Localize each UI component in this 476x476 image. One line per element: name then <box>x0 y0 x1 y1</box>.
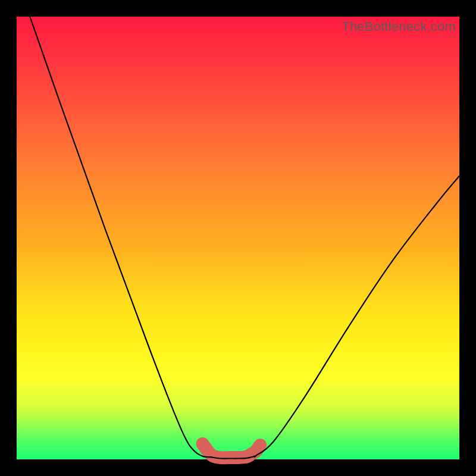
chart-svg <box>17 17 459 459</box>
chart-frame: TheBottleneck.com <box>0 0 476 476</box>
highlight-band-path <box>203 444 261 458</box>
plot-area: TheBottleneck.com <box>17 17 459 459</box>
bottleneck-curve-path <box>30 17 459 459</box>
